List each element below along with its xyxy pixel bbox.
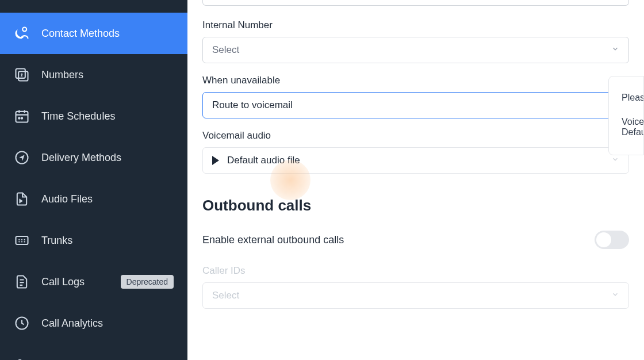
internal-number-label: Internal Number <box>202 20 629 31</box>
sidebar-item-delivery-methods[interactable]: Delivery Methods <box>0 137 187 178</box>
play-icon <box>212 156 219 165</box>
svg-rect-3 <box>16 112 28 122</box>
delivery-icon <box>14 150 30 166</box>
chevron-down-icon <box>611 44 619 56</box>
partial-field-top <box>202 0 629 6</box>
sidebar-item-label: Contact Methods <box>41 28 120 40</box>
svg-point-5 <box>21 117 22 118</box>
call-logs-icon <box>14 274 30 290</box>
tooltip-arrow <box>608 113 609 122</box>
select-value: Route to voicemail <box>212 99 293 111</box>
tooltip-panel: Pleas Voice Defau <box>608 76 644 155</box>
select-value: Select <box>212 44 239 56</box>
sidebar-item-trunks[interactable]: Trunks <box>0 220 187 261</box>
svg-point-0 <box>22 28 26 32</box>
sidebar-item-audio-files[interactable]: Audio Files <box>0 178 187 220</box>
schedules-icon <box>14 108 30 124</box>
tooltip-line: Pleas <box>622 93 643 103</box>
enable-external-label: Enable external outbound calls <box>202 234 344 246</box>
svg-rect-2 <box>18 71 28 81</box>
sidebar-item-label: Call Logs <box>41 276 85 288</box>
when-unavailable-select[interactable]: Route to voicemail <box>202 92 629 118</box>
when-unavailable-label: When unavailable <box>202 75 629 86</box>
chevron-down-icon <box>611 290 619 301</box>
sidebar-item-label: Call Analytics <box>41 317 103 330</box>
sidebar-item-numbers[interactable]: Numbers <box>0 54 187 95</box>
sidebar-item-call-analytics[interactable]: Call Analytics <box>0 302 187 344</box>
toggle-knob <box>596 232 611 247</box>
main-content: Internal Number Select When unavailable … <box>187 0 644 360</box>
tooltip-line: Defau <box>622 127 643 137</box>
sidebar-item-contact-methods[interactable]: Contact Methods <box>0 13 187 54</box>
analytics-icon <box>14 315 30 331</box>
caller-ids-label: Caller IDs <box>202 265 629 277</box>
audio-icon <box>14 191 30 207</box>
caller-ids-select[interactable]: Select <box>202 282 629 309</box>
voicemail-audio-select[interactable]: Default audio file <box>202 147 629 174</box>
tooltip-line: Voice <box>622 117 643 127</box>
select-value: Select <box>212 290 239 301</box>
numbers-icon <box>14 67 30 83</box>
sidebar-item-time-schedules[interactable]: Time Schedules <box>0 95 187 137</box>
deprecated-badge: Deprecated <box>121 275 174 289</box>
contacts-icon <box>14 357 30 360</box>
sidebar-item-label: Numbers <box>41 69 83 81</box>
sidebar-item-label: Trunks <box>41 235 72 247</box>
enable-external-toggle[interactable] <box>595 231 629 249</box>
sidebar-item-label: Delivery Methods <box>41 152 121 164</box>
sidebar-item-call-logs[interactable]: Call Logs Deprecated <box>0 261 187 302</box>
sidebar: Contact Methods Numbers Time Schedules <box>0 0 187 360</box>
sidebar-item-label: Audio Files <box>41 193 93 205</box>
voicemail-audio-label: Voicemail audio <box>202 130 629 141</box>
outbound-calls-title: Outbound calls <box>202 197 629 215</box>
internal-number-select[interactable]: Select <box>202 37 629 63</box>
trunks-icon <box>14 232 30 248</box>
chevron-down-icon <box>611 155 619 166</box>
sidebar-item-contacts[interactable]: Contacts <box>0 344 187 360</box>
svg-point-4 <box>18 117 20 118</box>
select-value: Default audio file <box>227 155 300 166</box>
sidebar-item-label: Time Schedules <box>41 110 115 122</box>
svg-rect-1 <box>16 69 25 78</box>
contact-methods-icon <box>14 25 30 41</box>
